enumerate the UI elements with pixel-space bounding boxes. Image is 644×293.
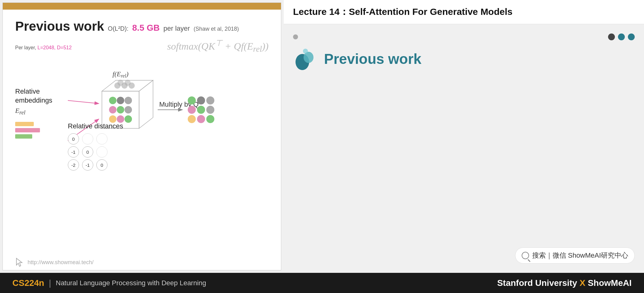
x-mark: X bbox=[580, 278, 585, 288]
rel-dist-section: Relative distances 0 -1 0 -2 -1 0 bbox=[68, 122, 123, 171]
search-bar-container[interactable]: 搜索｜微信 ShowMeAI研究中心 bbox=[515, 247, 635, 264]
svg-marker-6 bbox=[139, 80, 153, 128]
svg-point-24 bbox=[188, 96, 196, 104]
slide-panel: Previous work O(L²D): 8.5 GB per layer (… bbox=[2, 2, 281, 270]
bar-orange bbox=[15, 122, 34, 126]
svg-marker-33 bbox=[16, 258, 22, 266]
svg-point-28 bbox=[197, 106, 205, 114]
lecture-header: Lecture 14：Self-Attention For Generative… bbox=[284, 0, 644, 24]
color-bars bbox=[15, 122, 68, 139]
dist-cell-10: -1 bbox=[68, 146, 79, 158]
citation: (Shaw et al, 2018) bbox=[194, 26, 239, 32]
dist-cell-20: -2 bbox=[68, 159, 79, 171]
svg-point-19 bbox=[117, 80, 124, 86]
dist-cell-01 bbox=[82, 133, 93, 144]
svg-point-8 bbox=[117, 97, 124, 104]
stanford-text: Stanford University bbox=[497, 278, 577, 288]
svg-line-2 bbox=[68, 100, 99, 104]
search-text: 搜索｜微信 ShowMeAI研究中心 bbox=[532, 251, 629, 260]
gb-value: 8.5 GB bbox=[132, 23, 160, 33]
search-bar[interactable]: 搜索｜微信 ShowMeAI研究中心 bbox=[515, 247, 635, 264]
svg-point-14 bbox=[117, 115, 124, 123]
dist-cell-12 bbox=[96, 146, 107, 158]
footer-divider: | bbox=[49, 278, 51, 288]
dist-cell-02 bbox=[96, 133, 107, 144]
svg-point-20 bbox=[125, 80, 131, 86]
footer-left: CS224n | Natural Language Processing wit… bbox=[12, 278, 206, 288]
nav-dot-2[interactable] bbox=[618, 33, 625, 40]
svg-point-32 bbox=[206, 115, 214, 123]
svg-point-25 bbox=[197, 96, 205, 104]
nav-dots bbox=[608, 33, 635, 40]
previous-work-title: Previous work bbox=[324, 51, 421, 67]
dist-cell-00: 0 bbox=[68, 133, 79, 144]
svg-point-30 bbox=[188, 115, 196, 123]
lecture-title: Lecture 14：Self-Attention For Generative… bbox=[293, 7, 512, 17]
dist-cell-22: 0 bbox=[96, 159, 107, 171]
svg-point-13 bbox=[109, 115, 116, 123]
embed-math: Erel bbox=[15, 107, 68, 116]
distance-grid: 0 -1 0 -2 -1 0 bbox=[68, 133, 123, 171]
rel-embed-section: Relativeembeddings Erel bbox=[15, 87, 68, 139]
svg-text:f(Erel): f(Erel) bbox=[112, 70, 128, 78]
svg-point-26 bbox=[206, 96, 214, 104]
previous-work-card: Previous work bbox=[293, 47, 635, 71]
slide-top-bar bbox=[3, 3, 281, 10]
slide-indicator bbox=[293, 33, 635, 40]
svg-point-29 bbox=[206, 106, 214, 114]
right-panel: Lecture 14：Self-Attention For Generative… bbox=[284, 0, 644, 273]
svg-point-12 bbox=[125, 106, 132, 113]
slide-footer: http://www.showmeai.tech/ bbox=[3, 255, 281, 270]
svg-point-31 bbox=[197, 115, 205, 123]
previous-work-icon bbox=[293, 47, 318, 71]
footer-right: Stanford University X ShowMeAI bbox=[497, 278, 632, 288]
bar-green bbox=[15, 134, 32, 139]
svg-point-10 bbox=[109, 106, 116, 113]
search-icon bbox=[522, 252, 529, 259]
footer-subtitle: Natural Language Processing with Deep Le… bbox=[56, 279, 206, 287]
formula-complexity: O(L²D): bbox=[108, 25, 129, 32]
svg-point-27 bbox=[188, 106, 196, 114]
dist-cell-11: 0 bbox=[82, 146, 93, 158]
indicator-dot-inactive bbox=[293, 34, 298, 39]
slide-title: Previous work bbox=[15, 19, 104, 34]
svg-point-36 bbox=[303, 49, 308, 54]
svg-point-7 bbox=[109, 97, 116, 104]
per-layer-params: L=2048, D=512 bbox=[37, 45, 72, 50]
diagram-svg-container: f(Erel) Multiply by Q bbox=[68, 69, 248, 156]
nav-dot-1[interactable] bbox=[608, 33, 615, 40]
main-formula: softmax(QK⊤ + Qf(Erel)) bbox=[167, 38, 269, 54]
slide-content: Previous work O(L²D): 8.5 GB per layer (… bbox=[3, 10, 281, 255]
per-layer-info: Per layer, L=2048, D=512 bbox=[15, 45, 72, 51]
dist-cell-21: -1 bbox=[82, 159, 93, 171]
course-name: CS224n bbox=[12, 278, 44, 288]
cursor-icon bbox=[15, 258, 24, 267]
showmeai-text: ShowMeAI bbox=[588, 278, 632, 288]
bottom-footer: CS224n | Natural Language Processing wit… bbox=[0, 273, 644, 293]
right-main: Previous work 搜索｜微信 ShowMeAI研究中心 bbox=[284, 24, 644, 273]
slide-url: http://www.showmeai.tech/ bbox=[28, 259, 94, 266]
per-layer-text: per layer bbox=[163, 24, 190, 33]
svg-point-11 bbox=[117, 106, 124, 113]
svg-point-15 bbox=[125, 115, 132, 123]
bar-pink bbox=[15, 128, 40, 132]
svg-point-9 bbox=[125, 97, 132, 104]
rel-embed-label: Relativeembeddings bbox=[15, 87, 68, 105]
rel-dist-label: Relative distances bbox=[68, 122, 123, 130]
nav-dot-3[interactable] bbox=[628, 33, 635, 40]
